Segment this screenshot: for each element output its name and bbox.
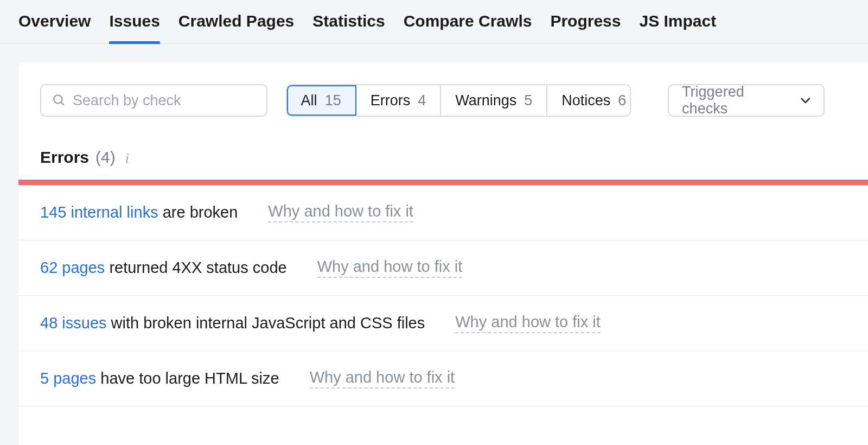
tab-issues[interactable]: Issues xyxy=(109,12,159,43)
issue-desc: returned 4XX status code xyxy=(105,259,286,276)
issues-panel: All 15 Errors 4 Warnings 5 Notices 6 xyxy=(18,62,868,445)
filter-label: All xyxy=(301,92,317,109)
filter-count: 4 xyxy=(418,92,426,109)
issue-text: 62 pages returned 4XX status code xyxy=(40,259,287,277)
issue-count-link[interactable]: 48 issues xyxy=(40,314,107,332)
fix-link[interactable]: Why and how to fix it xyxy=(317,258,463,278)
filter-segmented: All 15 Errors 4 Warnings 5 Notices 6 xyxy=(286,84,631,117)
tab-statistics[interactable]: Statistics xyxy=(312,12,385,43)
fix-link[interactable]: Why and how to fix it xyxy=(310,368,455,389)
issue-desc: are broken xyxy=(158,204,238,221)
issue-desc: with broken internal JavaScript and CSS … xyxy=(107,314,425,332)
section-title: Errors xyxy=(40,148,89,167)
issue-text: 48 issues with broken internal JavaScrip… xyxy=(40,314,425,332)
controls-row: All 15 Errors 4 Warnings 5 Notices 6 xyxy=(18,84,868,117)
filter-notices[interactable]: Notices 6 xyxy=(547,85,631,116)
search-box[interactable] xyxy=(40,84,267,117)
issue-text: 145 internal links are broken xyxy=(40,204,238,221)
filter-all[interactable]: All 15 xyxy=(287,85,356,116)
nav-tabs: Overview Issues Crawled Pages Statistics… xyxy=(0,0,868,44)
filter-count: 6 xyxy=(618,92,626,109)
section-count: (4) xyxy=(95,148,116,167)
filter-warnings[interactable]: Warnings 5 xyxy=(441,85,547,116)
info-icon[interactable]: i xyxy=(122,150,129,167)
issue-count-link[interactable]: 145 internal links xyxy=(40,204,158,221)
search-input[interactable] xyxy=(73,92,256,109)
issue-row: 145 internal links are broken Why and ho… xyxy=(18,185,868,240)
filter-errors[interactable]: Errors 4 xyxy=(356,85,442,116)
issue-count-link[interactable]: 5 pages xyxy=(40,370,96,387)
tab-compare-crawls[interactable]: Compare Crawls xyxy=(404,12,532,43)
dropdown-label: Triggered checks xyxy=(682,84,790,117)
svg-line-1 xyxy=(61,102,63,105)
filter-count: 5 xyxy=(524,92,532,109)
content-wrap: All 15 Errors 4 Warnings 5 Notices 6 xyxy=(0,44,868,445)
fix-link[interactable]: Why and how to fix it xyxy=(268,202,413,223)
issue-row: 62 pages returned 4XX status code Why an… xyxy=(18,240,868,296)
filter-label: Notices xyxy=(561,92,610,109)
tab-overview[interactable]: Overview xyxy=(18,12,91,43)
issue-row: 5 pages have too large HTML size Why and… xyxy=(18,351,868,406)
filter-label: Errors xyxy=(371,92,411,109)
fix-link[interactable]: Why and how to fix it xyxy=(455,313,601,333)
chevron-down-icon xyxy=(800,97,810,104)
triggered-checks-dropdown[interactable]: Triggered checks xyxy=(668,84,825,117)
issue-count-link[interactable]: 62 pages xyxy=(40,259,105,276)
issue-text: 5 pages have too large HTML size xyxy=(40,370,279,387)
search-icon xyxy=(52,93,66,107)
errors-accent-bar xyxy=(18,180,868,185)
svg-point-0 xyxy=(54,95,62,103)
tab-js-impact[interactable]: JS Impact xyxy=(639,12,716,43)
issue-desc: have too large HTML size xyxy=(96,370,279,387)
filter-count: 15 xyxy=(325,92,341,109)
tab-crawled-pages[interactable]: Crawled Pages xyxy=(178,12,294,43)
section-header: Errors (4) i xyxy=(18,117,868,180)
filter-label: Warnings xyxy=(455,92,516,109)
issue-row: 48 issues with broken internal JavaScrip… xyxy=(18,296,868,351)
tab-progress[interactable]: Progress xyxy=(550,12,621,43)
